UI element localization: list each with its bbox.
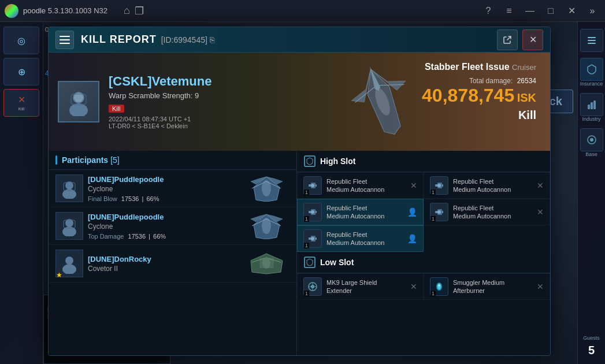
participant-name-3: [DUNE]DonRocky (88, 255, 239, 263)
autocannon-icon-1: 1 (303, 176, 322, 195)
industry-label: Industry (579, 116, 604, 122)
participant-ship-img-3 (243, 250, 289, 277)
app-title: poodle 5.3.130.1003 N32 (23, 6, 107, 15)
high-slot-item-3[interactable]: 1 Republic FleetMedium Autocannon 👤 (297, 199, 424, 225)
high-slot-item-name-4: Republic FleetMedium Autocannon (453, 204, 511, 221)
external-link-button[interactable] (497, 29, 518, 50)
svg-rect-2 (588, 43, 596, 44)
high-slot-item-4[interactable]: 1 Republic FleetMedium Autocannon ✕ (424, 199, 550, 225)
participants-header: Participants [5] (49, 151, 296, 170)
sidebar-industry-icon[interactable] (580, 93, 603, 116)
modal-content: Participants [5] [DUNE]Puddlepoodle Cycl… (49, 151, 550, 356)
sidebar-base-icon[interactable] (580, 128, 603, 151)
app-logo (5, 4, 18, 18)
autocannon-icon-4: 1 (430, 203, 448, 221)
high-slot-item-close-4[interactable]: ✕ (537, 207, 544, 217)
modal-header: KILL REPORT [ID:6994545] ⎘ ✕ (49, 27, 550, 53)
modal-header-actions: ✕ (497, 29, 543, 50)
close-x-icon: ✕ (529, 34, 537, 45)
home-icon[interactable]: ⌂ (124, 5, 130, 17)
help-icon[interactable]: ? (480, 3, 496, 19)
high-slot-title: High Slot (320, 157, 355, 166)
low-slot-items: 1 MK9 Large ShieldExtender ✕ 1 Smuggler … (297, 273, 550, 300)
svg-point-65 (438, 284, 440, 287)
high-slot-item-name-3: Republic FleetMedium Autocannon (326, 204, 384, 221)
svg-rect-0 (588, 37, 596, 38)
modal-title: KILL REPORT (81, 34, 157, 46)
high-slot-item-name-1: Republic FleetMedium Autocannon (326, 177, 384, 194)
participant-ship-img-1 (243, 174, 289, 202)
left-sidebar: ◎ ⊕ ✕ Kill (0, 22, 43, 364)
low-slot-item-name-1: MK9 Large ShieldExtender (326, 278, 377, 295)
participant-row-3[interactable]: ★ [DUNE]DonRocky Covetor II (49, 245, 296, 283)
slots-panel[interactable]: High Slot 1 Republic FleetMedium Autocan… (297, 151, 550, 356)
high-slot-item-1[interactable]: 1 Republic FleetMedium Autocannon ✕ (297, 172, 424, 199)
participant-name-1: [DUNE]Puddlepoodle (88, 175, 239, 184)
participant-avatar-3: ★ (55, 250, 83, 277)
svg-rect-1 (588, 40, 596, 41)
close-icon[interactable]: ✕ (563, 3, 580, 19)
guests-label: Guests (579, 335, 604, 341)
low-slot-item-2[interactable]: 1 Smuggler MediumAfterburner ✕ (424, 273, 550, 300)
participants-count: [5] (110, 155, 120, 165)
kill-report-modal: KILL REPORT [ID:6994545] ⎘ ✕ (48, 27, 551, 356)
right-sidebar: Insurance Industry Base Guests 5 (577, 22, 605, 364)
low-slot-item-close-1[interactable]: ✕ (410, 282, 417, 291)
minimize-icon[interactable]: — (522, 3, 538, 19)
participant-row-2[interactable]: [DUNE]Puddlepoodle Cyclone Top Damage 17… (49, 207, 296, 245)
high-slot-item-5[interactable]: 1 Republic FleetMedium Autocannon 👤 (297, 225, 424, 252)
top-bar: poodle 5.3.130.1003 N32 ⌂ ❐ ? ≡ — □ ✕ » (0, 0, 605, 22)
modal-menu-button[interactable] (55, 31, 74, 49)
hero-avatar (58, 81, 99, 122)
maximize-icon[interactable]: □ (543, 3, 559, 19)
participant-ship-3: Covetor II (88, 265, 239, 273)
more-icon[interactable]: » (584, 3, 600, 19)
svg-point-38 (62, 264, 76, 274)
high-slot-item-name-2: Republic FleetMedium Autocannon (453, 177, 511, 194)
hero-kill-tag: Kill (109, 105, 124, 113)
svg-point-43 (262, 257, 270, 269)
modal-close-button[interactable]: ✕ (522, 29, 543, 50)
sidebar-item-kill-badge[interactable]: ✕ Kill (3, 89, 39, 117)
high-slot-item-name-5: Republic FleetMedium Autocannon (326, 231, 384, 247)
high-slot-item-close-2[interactable]: ✕ (537, 181, 544, 190)
participant-name-2: [DUNE]Puddlepoodle (88, 213, 239, 221)
low-slot-title: Low Slot (320, 258, 354, 267)
svg-point-49 (437, 184, 441, 187)
menu-icon[interactable]: ≡ (501, 3, 517, 19)
afterburner-icon: 1 (430, 277, 448, 296)
hero-isk-value: 40,878,745 (422, 85, 514, 106)
shield-icon-low (304, 257, 316, 268)
base-label: Base (579, 151, 604, 158)
participants-title: Participants (62, 155, 108, 165)
hero-stats: Stabber Fleet Issue Cruiser Total damage… (422, 62, 536, 122)
participants-panel[interactable]: Participants [5] [DUNE]Puddlepoodle Cycl… (49, 151, 297, 356)
modal-overlay: KILL REPORT [ID:6994545] ⎘ ✕ (43, 22, 577, 364)
high-slot-item-2[interactable]: 1 Republic FleetMedium Autocannon ✕ (424, 172, 550, 199)
insurance-label: Insurance (579, 81, 604, 87)
high-slot-item-close-1[interactable]: ✕ (410, 181, 417, 190)
hero-ship-type: Cruiser (512, 63, 536, 72)
svg-rect-5 (593, 101, 596, 109)
participants-header-bar (55, 155, 57, 165)
svg-rect-3 (588, 105, 590, 109)
sidebar-insurance-icon[interactable] (580, 58, 603, 81)
participant-stats-1: Final Blow 17536 | 66% (88, 195, 239, 202)
window-icon[interactable]: ❐ (135, 5, 144, 17)
autocannon-icon-2: 1 (430, 176, 448, 195)
participant-avatar-1 (55, 174, 83, 202)
low-slot-item-1[interactable]: 1 MK9 Large ShieldExtender ✕ (297, 273, 424, 300)
sidebar-item-1[interactable]: ◎ (3, 27, 39, 54)
hamburger-line-1 (60, 36, 70, 37)
copy-icon[interactable]: ⎘ (210, 35, 214, 44)
participant-stats-2: Top Damage 17536 | 66% (88, 233, 239, 240)
participant-row-1[interactable]: [DUNE]Puddlepoodle Cyclone Final Blow 17… (49, 170, 296, 207)
svg-point-55 (437, 210, 441, 214)
modal-id: [ID:6994545] (161, 35, 207, 44)
sidebar-services-icon[interactable] (580, 29, 603, 52)
participant-avatar-2 (55, 212, 83, 240)
svg-point-37 (65, 257, 73, 265)
sidebar-item-2[interactable]: ⊕ (3, 58, 39, 86)
low-slot-item-close-2[interactable]: ✕ (537, 282, 544, 291)
svg-point-16 (69, 103, 88, 116)
